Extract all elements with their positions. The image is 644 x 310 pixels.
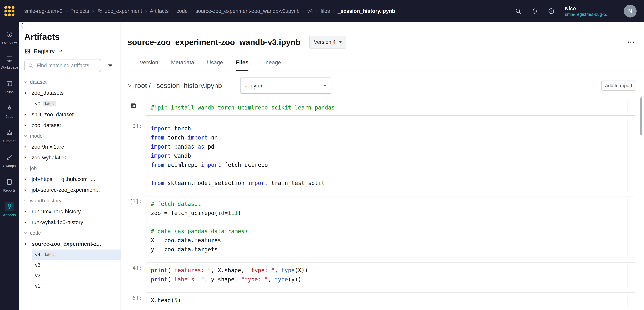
- cell-code[interactable]: print("features: ", X.shape, "type: ", t…: [146, 262, 635, 287]
- tree-item[interactable]: ▸zoo-wyhak4p0: [19, 152, 120, 163]
- notebook-cell: #!pip install wandb torch ucimlrepo scik…: [130, 100, 644, 116]
- rail-item-overview[interactable]: Overview: [0, 25, 19, 50]
- artifact-title: source-zoo_experiment-zoo_wandb-v3.ipynb: [128, 38, 300, 47]
- tree-item[interactable]: ▸zoo-9mxi1arc: [19, 141, 120, 152]
- code-line: # data (as pandas dataframes): [151, 227, 635, 236]
- avatar[interactable]: N: [624, 5, 636, 18]
- artifact-search[interactable]: [24, 59, 101, 72]
- cell-code[interactable]: #!pip install wandb torch ucimlrepo scik…: [146, 100, 635, 116]
- expand-triangle-icon[interactable]: ▸: [24, 155, 28, 160]
- notebook-cell: [4]:print("features: ", X.shape, "type: …: [130, 262, 644, 287]
- breadcrumb-item[interactable]: zoo_experiment: [97, 8, 142, 14]
- breadcrumb-item[interactable]: v4: [307, 8, 313, 14]
- media-icon: [130, 102, 137, 110]
- expand-triangle-icon[interactable]: ▸: [24, 112, 28, 117]
- tab-lineage[interactable]: Lineage: [261, 59, 281, 71]
- filter-icon[interactable]: [105, 61, 115, 71]
- tree-item[interactable]: ▸run-wyhak4p0-history: [19, 217, 120, 228]
- breadcrumb-label: Projects: [70, 8, 89, 14]
- rail-item-sweeps[interactable]: Sweeps: [0, 148, 19, 173]
- help-icon[interactable]: ?: [548, 8, 555, 15]
- rail-item-label: Sweeps: [3, 164, 16, 168]
- artifacts-sidebar: ( Artifacts Registry dataset▾zoo_dataset…: [19, 22, 121, 310]
- rail-item-workspace[interactable]: Workspace: [0, 50, 19, 74]
- expand-triangle-icon[interactable]: ▸: [24, 177, 28, 181]
- tree-version-v4[interactable]: v4latest: [32, 249, 120, 260]
- tree-version-v0[interactable]: v0latest: [32, 99, 120, 109]
- registry-link[interactable]: Registry: [24, 48, 115, 54]
- top-navbar: smle-reg-team-2›Projects›zoo_experiment›…: [0, 0, 644, 22]
- tree-item-label: zoo-wyhak4p0: [32, 154, 66, 161]
- tree-section-wandb-history[interactable]: wandb-history: [19, 195, 120, 206]
- info-icon: [5, 30, 14, 39]
- user-team-link[interactable]: smle-registries-bug-b...: [565, 12, 610, 17]
- tree-item[interactable]: ▸split_zoo_dataset: [19, 109, 120, 120]
- logo-dot: [4, 14, 7, 16]
- wandb-logo[interactable]: [0, 6, 19, 16]
- tree-item-label: source-zoo_experiment-z...: [32, 241, 101, 247]
- tab-version[interactable]: Version: [140, 59, 158, 71]
- tab-usage[interactable]: Usage: [207, 59, 223, 71]
- chevron-down-icon: [23, 231, 28, 235]
- tree-item[interactable]: ▾source-zoo_experiment-z...: [19, 238, 120, 249]
- breadcrumb-item[interactable]: _session_history.ipynb: [338, 8, 395, 14]
- breadcrumb-item[interactable]: source-zoo_experiment-zoo_wandb-v3.ipynb: [196, 8, 300, 14]
- user-info[interactable]: Nico smle-registries-bug-b...: [565, 5, 610, 17]
- rail-item-automat[interactable]: Automat.: [0, 123, 19, 148]
- stray-character: (: [21, 22, 23, 29]
- tab-metadata[interactable]: Metadata: [171, 59, 194, 71]
- tree-section-label: model: [30, 133, 44, 139]
- tree-version-v3[interactable]: v3: [32, 260, 120, 270]
- artifact-search-input[interactable]: [36, 62, 97, 69]
- cell-code[interactable]: import torchfrom torch import nnimport p…: [146, 121, 635, 191]
- rail-item-artifacts[interactable]: Artifacts: [0, 197, 19, 222]
- rail-item-runs[interactable]: Runs: [0, 74, 19, 99]
- breadcrumb-item[interactable]: Projects: [70, 8, 89, 14]
- rail-item-jobs[interactable]: Jobs: [0, 99, 19, 123]
- tree-section-dataset[interactable]: dataset: [19, 77, 120, 87]
- tree-version-v2[interactable]: v2: [32, 270, 120, 280]
- version-dropdown[interactable]: Version 4: [309, 36, 346, 49]
- viewer-select-label: Jupyter: [245, 83, 262, 89]
- tree-item-label: zoo-9mxi1arc: [32, 144, 64, 150]
- scrollbar[interactable]: [640, 97, 642, 135]
- expand-triangle-icon[interactable]: ▸: [24, 123, 28, 127]
- tree-item[interactable]: ▸zoo_dataset: [19, 120, 120, 131]
- more-options-icon[interactable]: [626, 38, 635, 47]
- rail-item-reports[interactable]: Reports: [0, 173, 19, 197]
- tree-section-code[interactable]: code: [19, 228, 120, 238]
- breadcrumb-separator: ›: [333, 8, 334, 14]
- tree-item[interactable]: ▸job-https___github.com_...: [19, 174, 120, 184]
- latest-badge: latest: [44, 101, 56, 107]
- cell-code[interactable]: X.head(5): [146, 292, 635, 308]
- tree-section-job[interactable]: job: [19, 163, 120, 174]
- tab-files[interactable]: Files: [236, 59, 248, 71]
- logo-dot: [4, 10, 7, 13]
- expand-triangle-icon[interactable]: ▾: [24, 242, 28, 246]
- expand-triangle-icon[interactable]: ▾: [24, 91, 28, 95]
- breadcrumb-item[interactable]: code: [176, 8, 188, 14]
- breadcrumb-item[interactable]: files: [321, 8, 330, 14]
- notifications-icon[interactable]: [531, 8, 538, 15]
- logo-dot: [12, 14, 14, 16]
- search-icon[interactable]: [515, 8, 522, 15]
- cell-code[interactable]: # fetch datasetzoo = fetch_ucirepo(id=11…: [146, 196, 635, 257]
- expand-triangle-icon[interactable]: ▸: [24, 145, 28, 149]
- viewer-select[interactable]: Jupyter: [240, 78, 332, 94]
- add-to-report-button[interactable]: Add to report: [601, 81, 636, 91]
- breadcrumb-item[interactable]: smle-reg-team-2: [24, 8, 62, 14]
- tree-item[interactable]: ▸job-source-zoo_experimen...: [19, 184, 120, 195]
- tree-section-model[interactable]: model: [19, 131, 120, 141]
- tree-item[interactable]: ▸run-9mxi1arc-history: [19, 206, 120, 217]
- breadcrumb-label: _session_history.ipynb: [338, 8, 395, 14]
- code-line: [151, 218, 635, 227]
- expand-triangle-icon[interactable]: ▸: [24, 209, 28, 214]
- logo-dot: [4, 6, 7, 9]
- latest-badge: latest: [44, 252, 56, 257]
- expand-triangle-icon[interactable]: ▸: [24, 188, 28, 192]
- tree-item[interactable]: ▾zoo_datasets: [19, 87, 120, 98]
- expand-triangle-icon[interactable]: ▸: [24, 220, 28, 224]
- tree-version-v1[interactable]: v1: [32, 281, 120, 291]
- breadcrumb-item[interactable]: Artifacts: [150, 8, 169, 14]
- chevron-down-icon: [324, 85, 327, 87]
